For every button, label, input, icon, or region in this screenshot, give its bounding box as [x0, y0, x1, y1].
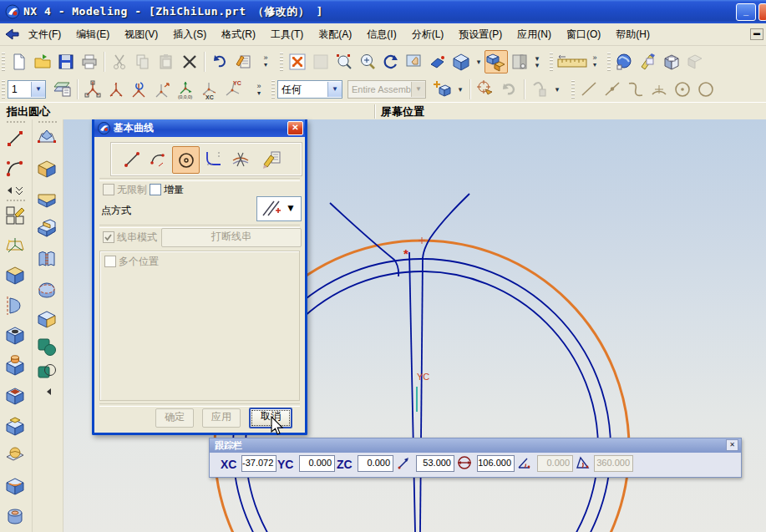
snap-point-icon[interactable] [474, 78, 497, 101]
toolbar-grip[interactable] [607, 53, 611, 71]
zoom-in-out-icon[interactable] [356, 50, 379, 73]
delete-icon[interactable] [178, 50, 201, 73]
snap-arc-center-icon[interactable] [647, 78, 671, 101]
find-feature-icon[interactable] [431, 78, 454, 101]
menu-window[interactable]: 窗口(O) [559, 24, 608, 45]
chain-link-icon[interactable] [528, 78, 551, 101]
rotate-view-icon[interactable] [379, 50, 403, 73]
boss-icon[interactable] [3, 353, 28, 378]
window-layout-icon[interactable] [508, 50, 531, 73]
fillet-tool-button[interactable] [200, 146, 226, 172]
paste-icon[interactable] [155, 50, 178, 73]
journal-icon[interactable] [231, 50, 255, 73]
snap-midpoint-icon[interactable] [601, 78, 624, 101]
toolbar-grip[interactable] [271, 80, 275, 99]
menu-format[interactable]: 格式(R) [214, 24, 263, 45]
drafting-app-icon[interactable] [660, 50, 683, 73]
open-file-icon[interactable] [31, 50, 54, 73]
layer-combobox[interactable]: 1 ▼ [8, 80, 46, 99]
wcs-set-icon[interactable]: YC [221, 78, 245, 101]
menu-application[interactable]: 应用(N) [510, 24, 559, 45]
wcs-move-icon[interactable] [151, 78, 175, 101]
cancel-button[interactable]: 取消 [249, 408, 292, 428]
menu-analysis[interactable]: 分析(L) [404, 24, 452, 45]
wcs-orient-icon[interactable] [128, 78, 151, 101]
view-dropdown-caret[interactable]: ▾ [473, 58, 484, 65]
pocket-icon[interactable] [3, 383, 28, 408]
wcs-rotate-icon[interactable] [104, 78, 128, 101]
wcs-dynamics-icon[interactable] [81, 78, 104, 101]
tracking-bar-titlebar[interactable]: 跟踪栏 ✕ [210, 438, 741, 453]
fit-view-icon[interactable] [286, 50, 309, 73]
tube-icon[interactable] [3, 504, 28, 529]
toolbar-collapse-icon[interactable] [44, 387, 54, 397]
zc-value-field[interactable]: 0.000 [358, 455, 393, 472]
print-icon[interactable] [78, 50, 101, 73]
revolve-icon[interactable] [3, 293, 28, 318]
undo-icon[interactable] [208, 50, 231, 73]
toolbar-grip[interactable] [550, 53, 553, 71]
save-icon[interactable] [54, 50, 78, 73]
chevron-down-icon[interactable]: ▼ [31, 82, 45, 97]
yc-value-field[interactable]: 0.000 [299, 455, 335, 472]
minimize-button[interactable]: _ [736, 3, 756, 21]
menu-view[interactable]: 视图(V) [117, 24, 165, 45]
mdi-minimize-button[interactable]: ▬ [750, 28, 763, 40]
shell-icon[interactable] [34, 276, 59, 301]
wcs-display-icon[interactable]: XC [198, 78, 221, 101]
sketch-icon[interactable] [3, 203, 28, 228]
chevron-down-icon[interactable]: ▼ [327, 82, 342, 97]
menu-information[interactable]: 信息(I) [359, 24, 403, 45]
new-file-icon[interactable] [8, 50, 31, 73]
toolbar-grip[interactable] [571, 80, 575, 99]
point-method-dropdown[interactable]: ▼ [256, 196, 302, 221]
zoom-box-icon[interactable] [332, 50, 356, 73]
toolbar-overflow-chevron[interactable]: »▾ [589, 54, 601, 68]
pages-icon[interactable] [34, 246, 59, 271]
circle-tool-button[interactable] [172, 146, 200, 174]
hollow-cube-icon[interactable] [34, 307, 59, 332]
toolbar-overflow-chevron[interactable]: »▾ [253, 83, 265, 97]
layout-dropdown-caret[interactable]: ▾▾ [531, 55, 543, 68]
step-block-icon[interactable] [34, 216, 59, 241]
shaded-view-icon[interactable] [426, 50, 449, 73]
menu-preferences[interactable]: 预设置(P) [451, 24, 510, 45]
block-icon[interactable] [34, 156, 59, 181]
assembly-app-icon[interactable] [683, 50, 707, 73]
increment-checkbox[interactable] [150, 184, 161, 195]
snap-line-icon[interactable] [577, 78, 601, 101]
find-dropdown-caret[interactable]: ▾ [454, 86, 466, 93]
xc-value-field[interactable]: -37.072 [241, 455, 276, 472]
orient-view-icon[interactable] [484, 50, 508, 73]
menu-help[interactable]: 帮助(H) [608, 24, 657, 45]
arc-tool-button[interactable] [145, 146, 171, 172]
toolbar-grip[interactable] [2, 53, 5, 71]
iso-view-icon[interactable] [449, 50, 473, 73]
groove-icon[interactable] [3, 474, 28, 499]
snap-circle-center-icon[interactable] [671, 78, 694, 101]
app-menu-icon[interactable] [4, 27, 21, 42]
diameter-value-field[interactable]: 106.000 [477, 455, 515, 472]
extrude-icon[interactable] [3, 263, 28, 288]
modeling-app-icon[interactable] [613, 50, 637, 73]
cut-icon[interactable] [108, 50, 131, 73]
menu-insert[interactable]: 插入(S) [165, 24, 214, 45]
toolbar-grip[interactable] [2, 80, 5, 99]
menu-assemblies[interactable]: 装配(A) [311, 24, 359, 45]
sketch-app-icon[interactable] [637, 50, 660, 73]
zoom-gray-icon[interactable] [309, 50, 332, 73]
snap-circle-icon[interactable] [694, 78, 718, 101]
subtract-boolean-icon[interactable] [34, 360, 59, 385]
menu-edit[interactable]: 编辑(E) [68, 24, 117, 45]
snap-back-icon[interactable] [497, 78, 520, 101]
radius-value-field[interactable]: 53.000 [416, 455, 454, 472]
trim-tool-button[interactable] [227, 146, 253, 172]
wcs-origin-icon[interactable]: (0,0,0) [175, 78, 198, 101]
pad-icon[interactable] [3, 413, 28, 438]
chevron-down-icon[interactable]: ▼ [286, 197, 296, 219]
dialog-titlebar[interactable]: 基本曲线 ✕ [94, 119, 305, 137]
menu-tools[interactable]: 工具(T) [263, 24, 311, 45]
wedge-icon[interactable] [34, 186, 59, 211]
close-button[interactable] [758, 3, 766, 21]
unite-boolean-icon[interactable] [34, 335, 59, 360]
